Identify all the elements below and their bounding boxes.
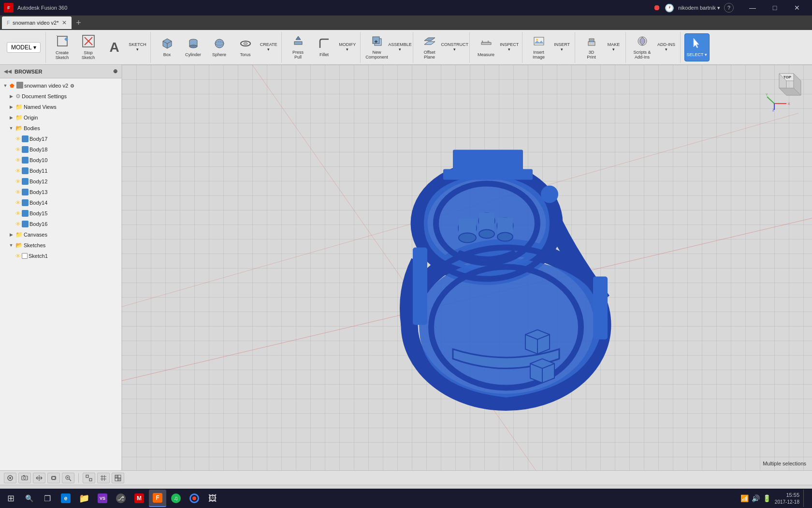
new-component-btn[interactable]: NewComponent bbox=[364, 33, 390, 61]
tree-sketches[interactable]: ▼ 📂 Sketches bbox=[0, 240, 121, 251]
make-group-label-btn[interactable]: MAKE ▾ bbox=[605, 33, 623, 61]
zoom-btn[interactable] bbox=[62, 473, 74, 483]
taskbar-photos[interactable]: 🖼 bbox=[204, 490, 221, 507]
modify-group-label-btn[interactable]: MODIFY ▾ bbox=[338, 33, 357, 61]
taskbar-edge[interactable]: e bbox=[57, 490, 74, 507]
tree-body10[interactable]: 👁 Body10 bbox=[0, 155, 121, 165]
create-group-label-btn[interactable]: CREATE ▾ bbox=[259, 33, 278, 61]
taskbar-git[interactable]: ⎇ bbox=[112, 490, 130, 507]
tree-body12[interactable]: 👁 Body12 bbox=[0, 176, 121, 187]
multiple-selections-label: Multiple selections bbox=[763, 461, 806, 466]
fit-view-btn[interactable] bbox=[83, 473, 95, 483]
addins-scripts-btn[interactable]: Scripts &Add-Ins bbox=[630, 33, 655, 61]
taskbar-vs[interactable]: VS bbox=[94, 490, 111, 507]
body15-eye[interactable]: 👁 bbox=[15, 210, 21, 216]
help-btn[interactable]: ? bbox=[724, 3, 734, 13]
offset-plane-btn[interactable]: OffsetPlane bbox=[417, 33, 442, 61]
tree-sketch1[interactable]: 👁 Sketch1 bbox=[0, 251, 121, 261]
tree-body15[interactable]: 👁 Body15 bbox=[0, 208, 121, 219]
addins-group-label-btn[interactable]: ADD-INS ▾ bbox=[656, 33, 677, 61]
body10-eye[interactable]: 👁 bbox=[15, 157, 21, 163]
tree-body16[interactable]: 👁 Body16 bbox=[0, 219, 121, 229]
taskbar-mcafee[interactable]: M bbox=[130, 490, 148, 507]
body13-eye[interactable]: 👁 bbox=[15, 189, 21, 195]
close-btn[interactable]: ✕ bbox=[786, 0, 808, 15]
origin-expander: ▶ bbox=[8, 115, 14, 120]
pan-btn[interactable] bbox=[33, 473, 45, 483]
svg-rect-46 bbox=[413, 248, 427, 325]
sketches-folder-icon: 📂 bbox=[15, 242, 23, 249]
tree-body13[interactable]: 👁 Body13 bbox=[0, 187, 121, 197]
cylinder-btn[interactable]: Cylinder bbox=[181, 33, 206, 61]
view-options-btn[interactable] bbox=[112, 473, 124, 483]
3dprint-icon bbox=[585, 35, 598, 49]
tree-body17[interactable]: 👁 Body17 bbox=[0, 134, 121, 144]
search-btn[interactable]: 🔍 bbox=[20, 490, 38, 507]
3dprint-btn[interactable]: 3DPrint bbox=[579, 33, 604, 61]
sketch-group-label-btn[interactable]: SKETCH ▾ bbox=[128, 33, 147, 61]
body12-eye[interactable]: 👁 bbox=[15, 179, 21, 184]
browser-expand-icon[interactable]: ⊕ bbox=[113, 68, 117, 75]
inspect-group-label-btn[interactable]: INSPECT ▾ bbox=[500, 33, 519, 61]
tab-close-btn[interactable]: ✕ bbox=[62, 19, 67, 26]
taskbar-fusion[interactable]: F bbox=[149, 490, 166, 507]
user-label[interactable]: nikodem bartnik ▾ bbox=[678, 5, 720, 11]
tree-body14[interactable]: 👁 Body14 bbox=[0, 197, 121, 208]
text-tool-btn[interactable]: A bbox=[102, 33, 127, 61]
named-views-expander: ▶ bbox=[8, 105, 14, 109]
body11-eye[interactable]: 👁 bbox=[15, 168, 21, 174]
orbit-btn[interactable] bbox=[47, 473, 60, 483]
tree-body18[interactable]: 👁 Body18 bbox=[0, 144, 121, 155]
box-btn[interactable]: Box bbox=[155, 33, 180, 61]
insert-group-label-btn[interactable]: INSERT ▾ bbox=[552, 33, 572, 61]
torus-btn[interactable]: Torus bbox=[233, 33, 258, 61]
camera-btn[interactable] bbox=[18, 473, 31, 483]
assemble-group-label-btn[interactable]: ASSEMBLE ▾ bbox=[391, 33, 410, 61]
maximize-btn[interactable]: □ bbox=[764, 0, 786, 15]
taskbar-spotify[interactable]: ♫ bbox=[167, 490, 185, 507]
press-pull-btn[interactable]: PressPull bbox=[286, 33, 311, 61]
tree-body11[interactable]: 👁 Body11 bbox=[0, 165, 121, 176]
addins-scripts-icon bbox=[636, 35, 649, 49]
tree-origin[interactable]: ▶ 📁 Origin bbox=[0, 112, 121, 123]
body18-eye[interactable]: 👁 bbox=[15, 147, 21, 152]
svg-text:X: X bbox=[788, 102, 790, 105]
viewport[interactable]: TOP X Y Z Multiple selections bbox=[122, 65, 812, 470]
body16-eye[interactable]: 👁 bbox=[15, 221, 21, 227]
chrome-icon bbox=[189, 493, 199, 503]
browser-header[interactable]: ◀◀ BROWSER ⊕ bbox=[0, 65, 121, 78]
taskview-btn[interactable]: ❐ bbox=[39, 490, 56, 507]
history-btn[interactable]: 🕐 bbox=[665, 3, 674, 13]
construct-group-label-btn[interactable]: CONSTRUCT ▾ bbox=[443, 33, 466, 61]
grid-btn[interactable] bbox=[97, 473, 110, 483]
show-desktop-btn[interactable] bbox=[803, 490, 806, 507]
record-btn[interactable]: ⏺ bbox=[653, 3, 661, 12]
root-settings-icon[interactable]: ⚙ bbox=[70, 83, 74, 89]
body14-eye[interactable]: 👁 bbox=[15, 200, 21, 206]
snap-btn[interactable] bbox=[4, 473, 16, 483]
clock-widget[interactable]: 15:55 2017-12-18 bbox=[775, 492, 799, 505]
taskbar-chrome[interactable] bbox=[186, 490, 203, 507]
sketch1-eye[interactable]: 👁 bbox=[15, 253, 21, 259]
create-sketch-btn[interactable]: CreateSketch bbox=[50, 33, 75, 61]
sphere-btn[interactable]: Sphere bbox=[207, 33, 232, 61]
model-dropdown[interactable]: MODEL ▾ bbox=[7, 42, 41, 53]
tree-doc-settings[interactable]: ▶ ⚙ Document Settings bbox=[0, 91, 121, 102]
view-cube[interactable]: TOP X Y Z bbox=[765, 69, 808, 112]
fillet-btn[interactable]: Fillet bbox=[312, 33, 337, 61]
taskbar-folder[interactable]: 📁 bbox=[75, 490, 93, 507]
measure-btn[interactable]: Measure bbox=[474, 33, 499, 61]
tree-bodies[interactable]: ▼ 📂 Bodies bbox=[0, 123, 121, 134]
tree-canvases[interactable]: ▶ 📁 Canvases bbox=[0, 229, 121, 240]
body17-eye[interactable]: 👁 bbox=[15, 136, 21, 142]
tab-snowman[interactable]: F snowman video v2* ✕ bbox=[2, 16, 72, 29]
svg-rect-15 bbox=[294, 42, 302, 45]
start-btn[interactable]: ⊞ bbox=[2, 490, 19, 507]
tree-root[interactable]: ▼ ⬟ snowman video v2 ⚙ bbox=[0, 80, 121, 91]
stop-sketch-btn[interactable]: StopSketch bbox=[76, 33, 101, 61]
new-tab-btn[interactable]: + bbox=[72, 16, 85, 29]
minimize-btn[interactable]: — bbox=[741, 0, 764, 15]
tree-named-views[interactable]: ▶ 📁 Named Views bbox=[0, 102, 121, 112]
select-btn[interactable]: SELECT ▾ bbox=[684, 33, 710, 61]
insert-image-btn[interactable]: InsertImage bbox=[526, 33, 551, 61]
